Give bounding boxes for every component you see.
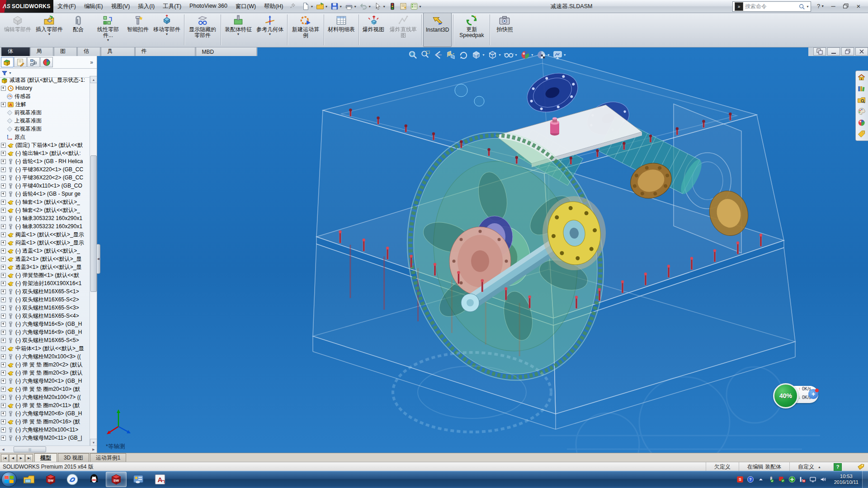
tree-item[interactable]: (-) 弹 簧 垫 圈m20<16> (默 xyxy=(0,418,90,426)
graphics-viewport[interactable]: ▼▼▼▼▼▼ *等轴测 40% ↑0K/s ↓0K/s + xyxy=(97,47,868,453)
tree-item[interactable]: (-) 六角螺栓M20x100<7> (( xyxy=(0,393,90,401)
menu-item-7[interactable]: 帮助(H) xyxy=(260,2,287,11)
expand-icon[interactable] xyxy=(1,265,6,270)
propertymanager-tab[interactable] xyxy=(14,57,27,67)
menu-item-3[interactable]: 插入(I) xyxy=(134,2,159,11)
tree-item[interactable]: (-) 六角螺母M20<6> (GB_H xyxy=(0,409,90,418)
tree-item[interactable]: A注解 xyxy=(0,100,90,108)
tray-expand-icon[interactable] xyxy=(757,476,764,483)
tree-item[interactable]: (-) 弹 簧 垫 圈m20<2> (默认 xyxy=(0,361,90,369)
ribbon-show-hidden-button[interactable]: 显示隐藏的零部件 xyxy=(186,13,219,47)
dropdown-icon[interactable]: ▼ xyxy=(547,53,550,56)
taskbar-autocad-button[interactable]: A xyxy=(150,472,170,487)
ribbon-motion-study-button[interactable]: 新建运动算例 xyxy=(289,13,322,47)
dropdown-icon[interactable]: ▼ xyxy=(482,53,485,56)
tree-item[interactable]: (-) 双头螺柱M16X65-S<1> xyxy=(0,287,90,296)
new-button[interactable]: ▼ xyxy=(301,1,314,12)
tray-volume-icon[interactable] xyxy=(820,476,827,483)
tree-item[interactable]: (-) 六角螺栓M20x100<11> xyxy=(0,426,90,434)
tray-network-error-icon[interactable] xyxy=(799,476,806,483)
tree-item[interactable]: 原点 xyxy=(0,133,90,141)
tray-solidworks-agent-icon[interactable]: S xyxy=(736,476,744,483)
expand-icon[interactable] xyxy=(1,281,6,286)
expand-icon[interactable] xyxy=(1,427,6,432)
menu-item-6[interactable]: 窗口(W) xyxy=(231,2,260,11)
status-help-icon[interactable]: ? xyxy=(834,463,842,471)
dropdown-icon[interactable]: ▼ xyxy=(531,53,534,56)
tree-item[interactable]: (-) 轴承3053232 160x290x1 xyxy=(0,214,90,222)
tree-item[interactable]: (-) 弹簧垫圈<1> (默认<<默 xyxy=(0,271,90,279)
expand-icon[interactable] xyxy=(1,346,6,351)
tag-icon[interactable] xyxy=(857,463,864,470)
tree-vertical-scrollbar[interactable]: ▲ ▼ xyxy=(90,76,97,446)
start-button[interactable] xyxy=(0,471,18,488)
ribbon-smart-fasteners-button[interactable]: 智能扣件 xyxy=(125,13,151,47)
tree-item[interactable]: (-) 平键40x110<1> (GB_CO xyxy=(0,182,90,190)
tree-item[interactable]: (-) 双头螺柱M16X65-S<2> xyxy=(0,296,90,304)
sheet-nav-prev-button[interactable]: ◀ xyxy=(9,454,17,462)
expand-icon[interactable] xyxy=(1,362,6,367)
dropdown-icon[interactable]: ▼ xyxy=(165,33,169,36)
ribbon-reference-geometry-button[interactable]: 参考几何体▼ xyxy=(254,13,286,47)
custom-properties-button[interactable] xyxy=(856,128,867,140)
expand-icon[interactable] xyxy=(1,224,6,229)
taskbar-windows-explorer-button[interactable] xyxy=(19,472,39,487)
tree-horizontal-scrollbar[interactable]: ◀ ||| ▶ xyxy=(0,446,97,453)
dropdown-icon[interactable]: ▼ xyxy=(107,38,110,42)
dropdown-icon[interactable]: ▼ xyxy=(563,53,566,56)
ribbon-speedpak-button[interactable]: 更新 Speedpak xyxy=(455,13,488,47)
tree-item[interactable]: (-) 双头螺柱M16X65-S<5> xyxy=(0,336,90,344)
scroll-thumb[interactable] xyxy=(90,155,97,292)
menu-item-5[interactable]: PhotoView 360 xyxy=(185,2,231,11)
sheet-tab-运动算例1[interactable]: 运动算例1 xyxy=(90,453,127,462)
rebuild-button[interactable] xyxy=(387,1,397,12)
view-settings-button[interactable]: ▼ xyxy=(552,50,566,60)
tree-item[interactable]: 透盖2<1> (默认<<默认>_显 xyxy=(0,255,90,263)
viewport-tile-button[interactable] xyxy=(813,47,826,56)
taskbar-qq-button[interactable] xyxy=(84,472,104,487)
taskbar-solidworks-2015-a-button[interactable]: SW xyxy=(41,472,61,487)
ribbon-insert-component-button[interactable]: 插入零部件▼ xyxy=(33,13,65,47)
taskbar-sogou-browser-button[interactable] xyxy=(62,472,82,487)
taskbar-clock[interactable]: 10:53 2016/10/11 xyxy=(830,474,862,485)
tree-item[interactable]: (-) 弹 簧 垫 圈m20<3> (默认 xyxy=(0,369,90,377)
expand-icon[interactable] xyxy=(1,330,6,335)
select-dropdown-icon[interactable]: ▼ xyxy=(382,5,386,8)
ribbon-instant3d-button[interactable]: Instant3D xyxy=(423,13,452,47)
previous-view-button[interactable] xyxy=(433,50,443,60)
options-dropdown-icon[interactable]: ▼ xyxy=(419,5,422,8)
expand-icon[interactable] xyxy=(1,257,6,262)
sheet-tab-3D 视图[interactable]: 3D 视图 xyxy=(58,453,89,462)
tree-item[interactable]: (-) 平键36X220<1> (GB_CC xyxy=(0,165,90,174)
scroll-left-icon[interactable]: ◀ xyxy=(0,446,6,452)
expand-icon[interactable] xyxy=(1,159,6,164)
tree-item[interactable]: 减速器 (默认<默认_显示状态-1: xyxy=(0,76,90,84)
custom-expand-icon[interactable]: ▲ xyxy=(818,465,821,469)
minimize-button[interactable]: ─ xyxy=(827,1,839,10)
design-library-button[interactable] xyxy=(856,83,867,94)
expand-icon[interactable] xyxy=(1,232,6,237)
options-button[interactable]: ▼ xyxy=(409,1,423,12)
menu-item-2[interactable]: 视图(V) xyxy=(107,2,134,11)
menu-item-1[interactable]: 编辑(E) xyxy=(80,2,107,11)
expand-icon[interactable] xyxy=(1,403,6,408)
taskbar-control-panel-button[interactable] xyxy=(128,472,148,487)
sheet-tab-模型[interactable]: 模型 xyxy=(34,453,57,462)
expand-icon[interactable] xyxy=(1,314,6,319)
tree-item[interactable]: (-) 齿轮4<1> (GB - Spur ge xyxy=(0,190,90,198)
apply-scene-button[interactable]: ▼ xyxy=(536,50,550,60)
expand-icon[interactable] xyxy=(1,86,6,91)
speed-accelerator-widget[interactable]: 40% ↑0K/s ↓0K/s + xyxy=(773,383,819,406)
rotate-view-button[interactable] xyxy=(458,50,469,60)
expand-icon[interactable] xyxy=(1,192,6,197)
expand-icon[interactable] xyxy=(1,354,6,359)
tree-item[interactable]: (-) 双头螺柱M16X65-S<4> xyxy=(0,312,90,320)
sheet-nav-last-button[interactable]: ▶| xyxy=(25,454,33,462)
tree-item[interactable]: 前视基准面 xyxy=(0,108,90,117)
expand-icon[interactable] xyxy=(1,143,6,148)
section-view-button[interactable] xyxy=(446,50,456,60)
restore-button[interactable] xyxy=(840,1,852,10)
tray-usb-icon[interactable] xyxy=(768,476,775,483)
expand-icon[interactable] xyxy=(1,102,6,107)
undo-button[interactable]: ▼ xyxy=(359,1,372,12)
